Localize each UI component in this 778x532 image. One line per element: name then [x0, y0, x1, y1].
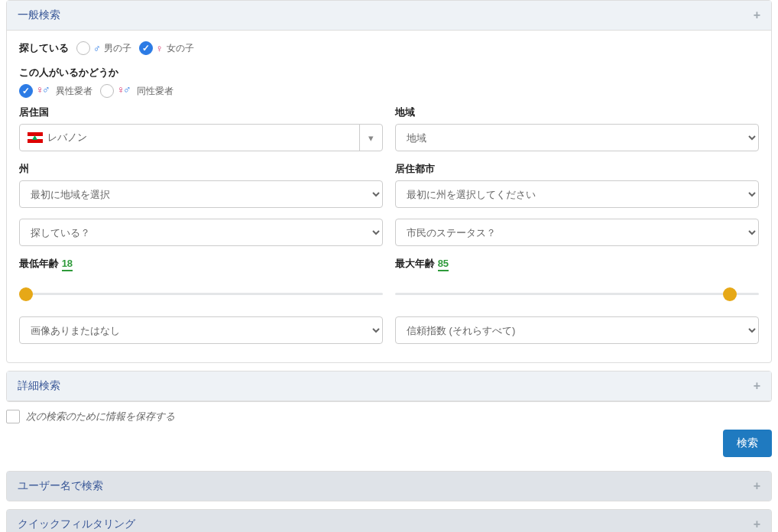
state-select[interactable]: 最初に地域を選択 [19, 180, 383, 208]
looking-for-label: 探している [19, 41, 69, 55]
button-row: 検索 [6, 430, 772, 457]
region-label: 地域 [395, 105, 759, 119]
country-select[interactable]: レバノン ▾ [19, 124, 383, 151]
homo-icon: ♀ ♂ [117, 85, 134, 97]
general-search-title: 一般検索 [18, 8, 60, 22]
country-value: レバノン [47, 131, 87, 144]
plus-icon: + [754, 479, 760, 493]
trust-index-select[interactable]: 信頼指数 (それらすべて) [395, 316, 759, 344]
advanced-search-panel: 詳細検索 + [6, 371, 772, 402]
age-max-value: 85 [438, 258, 449, 271]
general-search-panel: 一般検索 + 探している ♂ 男の子 ♀ 女の子 この人がいるかどうか [6, 0, 772, 363]
boy-label: 男の子 [104, 42, 131, 55]
chevron-down-icon: ▾ [359, 125, 382, 151]
homo-label: 同性愛者 [137, 85, 173, 98]
save-info-label: 次の検索のために情報を保存する [26, 410, 175, 423]
orientation-group: この人がいるかどうか ♀ ♂ 異性愛者 ♀ ♂ 同性愛者 [19, 66, 759, 98]
age-min-value: 18 [62, 258, 73, 271]
age-min-slider[interactable] [19, 283, 383, 306]
slider-rail [395, 293, 759, 295]
advanced-search-header[interactable]: 詳細検索 + [7, 371, 771, 401]
quick-filter-header[interactable]: クイックフィルタリング + [7, 510, 771, 532]
male-icon: ♂ [93, 43, 101, 54]
general-search-body: 探している ♂ 男の子 ♀ 女の子 この人がいるかどうか ♀ ♂ [7, 31, 771, 362]
radio-hetero[interactable]: ♀ ♂ 異性愛者 [19, 84, 92, 98]
radio-circle-checked [139, 41, 153, 55]
country-label: 居住国 [19, 105, 383, 119]
seeking-cell: 探している？ [19, 219, 383, 246]
girl-label: 女の子 [167, 42, 194, 55]
seeking-select[interactable]: 探している？ [19, 219, 383, 246]
hetero-icon: ♀ ♂ [36, 85, 53, 97]
age-min-label: 最低年齢 18 [19, 257, 383, 271]
filter-grid: 居住国 レバノン ▾ 地域 地域 州 最初に地域を選択 [19, 105, 759, 344]
state-label: 州 [19, 162, 383, 176]
age-max-label: 最大年齢 85 [395, 257, 759, 271]
city-select[interactable]: 最初に州を選択してください [395, 180, 759, 208]
search-button[interactable]: 検索 [723, 430, 772, 457]
radio-homo[interactable]: ♀ ♂ 同性愛者 [100, 84, 173, 98]
username-search-panel: ユーザー名で検索 + [6, 471, 772, 501]
slider-rail [19, 293, 383, 295]
city-label: 居住都市 [395, 162, 759, 176]
civil-status-select[interactable]: 市民のステータス？ [395, 219, 759, 246]
female-icon: ♀ [156, 43, 164, 54]
username-search-header[interactable]: ユーザー名で検索 + [7, 472, 771, 501]
looking-for-group: 探している ♂ 男の子 ♀ 女の子 [19, 41, 759, 55]
quick-filter-panel: クイックフィルタリング + [6, 509, 772, 532]
region-select[interactable]: 地域 [395, 124, 759, 151]
radio-circle-checked [19, 84, 33, 98]
save-info-checkbox[interactable] [6, 410, 20, 423]
radio-boy[interactable]: ♂ 男の子 [76, 41, 131, 55]
photo-filter-cell: 画像ありまたはなし [19, 316, 383, 344]
radio-circle-unchecked [100, 84, 114, 98]
plus-icon: + [754, 379, 760, 393]
radio-circle-unchecked [76, 41, 90, 55]
age-min-cell: 最低年齢 18 [19, 257, 383, 306]
age-max-cell: 最大年齢 85 [395, 257, 759, 306]
country-cell: 居住国 レバノン ▾ [19, 105, 383, 151]
city-cell: 居住都市 最初に州を選択してください [395, 162, 759, 208]
lebanon-flag-icon [28, 132, 43, 143]
age-max-slider[interactable] [395, 283, 759, 306]
username-search-title: ユーザー名で検索 [18, 479, 103, 493]
photo-filter-select[interactable]: 画像ありまたはなし [19, 316, 383, 344]
quick-filter-title: クイックフィルタリング [18, 517, 135, 531]
advanced-search-title: 詳細検索 [18, 379, 60, 393]
plus-icon: + [754, 8, 760, 22]
orientation-label: この人がいるかどうか [19, 66, 759, 79]
state-cell: 州 最初に地域を選択 [19, 162, 383, 208]
slider-thumb[interactable] [19, 287, 33, 301]
radio-girl[interactable]: ♀ 女の子 [139, 41, 194, 55]
plus-icon: + [754, 517, 760, 531]
save-info-row: 次の検索のために情報を保存する [6, 410, 772, 423]
slider-thumb[interactable] [723, 287, 737, 301]
region-cell: 地域 地域 [395, 105, 759, 151]
hetero-label: 異性愛者 [56, 85, 92, 98]
general-search-header[interactable]: 一般検索 + [7, 1, 771, 31]
trust-index-cell: 信頼指数 (それらすべて) [395, 316, 759, 344]
civil-status-cell: 市民のステータス？ [395, 219, 759, 246]
